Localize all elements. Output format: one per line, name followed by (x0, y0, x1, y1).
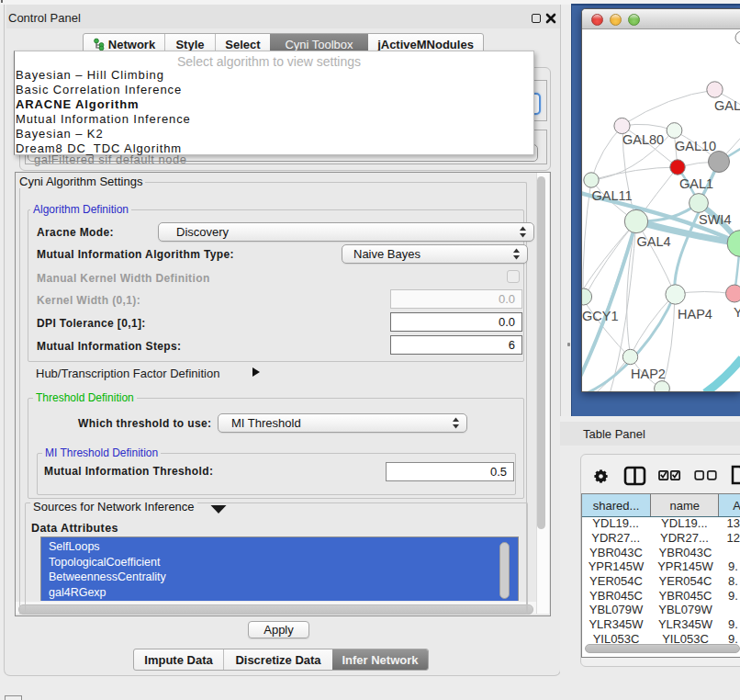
svg-text:Y: Y (734, 305, 740, 320)
svg-text:GCY1: GCY1 (582, 309, 619, 323)
svg-text:GAL1: GAL1 (679, 176, 713, 191)
svg-text:GAL80: GAL80 (622, 132, 664, 147)
svg-text:HAP4: HAP4 (678, 307, 712, 322)
svg-text:GAL11: GAL11 (592, 188, 633, 203)
svg-text:HAP2: HAP2 (631, 367, 666, 381)
svg-text:GAL10: GAL10 (675, 139, 716, 153)
svg-text:GAL7: GAL7 (714, 98, 740, 113)
svg-text:GAL4: GAL4 (637, 234, 671, 249)
svg-text:SWI4: SWI4 (699, 212, 731, 227)
